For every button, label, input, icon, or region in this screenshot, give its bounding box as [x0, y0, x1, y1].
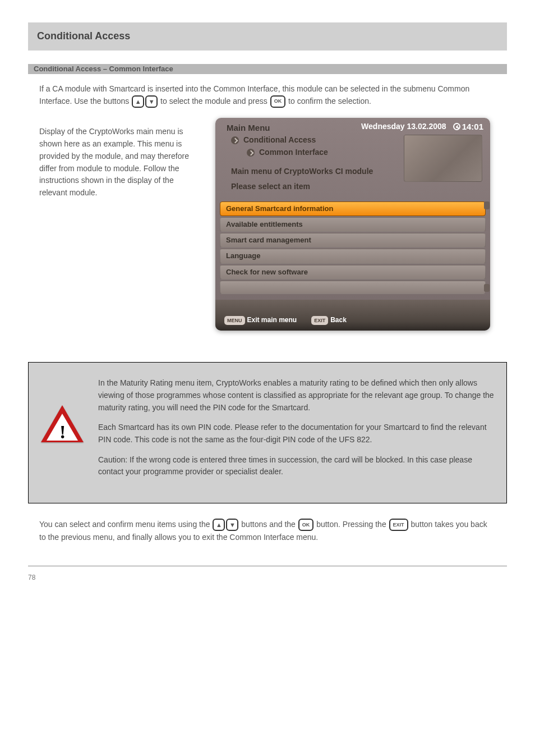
- page-subheader-banner: Conditional Access – Common Interface: [28, 64, 507, 74]
- osd-time: 14:01: [453, 121, 483, 132]
- down-key-icon: ▼: [145, 95, 158, 108]
- osd-menu-list: General Smartcard information Available …: [215, 201, 490, 294]
- warn-paragraph-1: In the Maturity Rating menu item, Crypto…: [98, 377, 494, 414]
- osd-crumb-conditional-access: Conditional Access: [243, 135, 316, 146]
- osd-footer: MENUExit main menu EXITBack: [215, 300, 490, 331]
- warn-paragraph-3: Caution: If the wrong code is entered th…: [98, 454, 494, 478]
- intro-text-c: to confirm the selection.: [288, 97, 371, 106]
- bottom-instruction: You can select and confirm menu items us…: [39, 518, 496, 544]
- up-key-icon: ▲: [132, 95, 144, 108]
- up-key-icon: ▲: [213, 519, 225, 531]
- ok-key-icon: OK: [270, 95, 286, 108]
- warning-icon: !: [41, 405, 86, 442]
- example-explanation: Display of the CryptoWorks main menu is …: [39, 126, 191, 199]
- osd-heading: Main menu of CryptoWorks CI module: [231, 165, 398, 178]
- osd-footer-exit: EXITBack: [311, 315, 347, 326]
- scroll-up-icon[interactable]: [484, 201, 490, 209]
- exit-key-icon: EXIT: [389, 519, 408, 531]
- osd-breadcrumb: Conditional Access Common Interface Main…: [231, 134, 398, 196]
- warning-box: ! In the Maturity Rating menu item, Cryp…: [28, 362, 507, 503]
- breadcrumb-arrow-icon: [231, 136, 239, 144]
- osd-crumb-common-interface: Common Interface: [259, 147, 328, 158]
- osd-item-language[interactable]: Language: [220, 249, 486, 263]
- osd-item-available-entitlements[interactable]: Available entitlements: [220, 217, 486, 232]
- onscreen-menu: Main Menu Wednesday 13.02.2008 14:01 Con…: [215, 118, 490, 331]
- menu-badge: MENU: [224, 316, 245, 326]
- clock-icon: [453, 123, 460, 130]
- scroll-down-icon[interactable]: [484, 284, 490, 292]
- page-title: Conditional Access: [28, 22, 507, 50]
- osd-date: Wednesday 13.02.2008: [361, 121, 446, 132]
- intro-text-b: to select the module and press: [160, 97, 268, 106]
- down-key-icon: ▼: [226, 519, 238, 531]
- instr-a: You can select and confirm menu items us…: [39, 520, 210, 529]
- osd-footer-menu: MENUExit main menu: [224, 315, 297, 326]
- osd-preview-window: [404, 135, 482, 182]
- exit-badge: EXIT: [311, 316, 328, 326]
- osd-item-blank: [220, 281, 486, 294]
- osd-item-general-smartcard[interactable]: General Smartcard information: [220, 201, 486, 216]
- osd-title: Main Menu: [227, 120, 354, 134]
- intro-paragraph: If a CA module with Smartcard is inserte…: [39, 83, 496, 108]
- page-footer: 78: [28, 566, 507, 583]
- osd-subheading: Please select an item: [231, 178, 398, 197]
- ok-key-icon: OK: [298, 519, 314, 531]
- warn-paragraph-2: Each Smartcard has its own PIN code. Ple…: [98, 421, 494, 446]
- breadcrumb-arrow-icon: [247, 149, 255, 157]
- osd-item-smartcard-management[interactable]: Smart card management: [220, 233, 486, 248]
- page-number: 78: [28, 573, 35, 583]
- instr-c: button. Pressing the: [316, 520, 386, 529]
- osd-item-check-software[interactable]: Check for new software: [220, 265, 486, 280]
- instr-b: buttons and the: [241, 520, 296, 529]
- page-subtitle: Conditional Access – Common Interface: [28, 64, 507, 74]
- page-header-banner: Conditional Access: [28, 22, 507, 51]
